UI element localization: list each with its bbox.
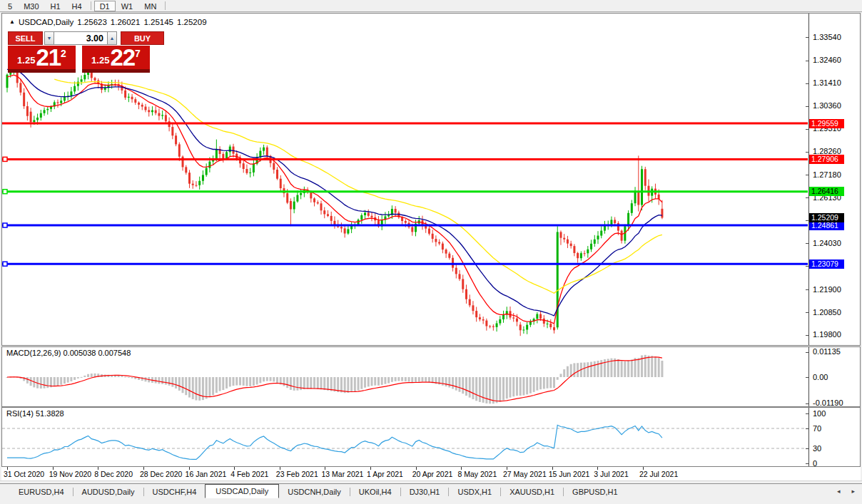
rsi-tick: 70: [813, 424, 821, 433]
date-tick-label: 22 Jul 2021: [639, 470, 678, 478]
main-chart-panel: 1.335401.324601.314101.303601.293101.282…: [1, 13, 861, 346]
volume-input[interactable]: [54, 31, 107, 45]
price-tick: 1.30360: [813, 101, 841, 110]
date-tick-label: 3 Jul 2021: [594, 470, 628, 478]
date-tick-label: 23 Feb 2021: [276, 470, 318, 478]
macd-tick: 0.01135: [813, 347, 841, 356]
buy-price-sup: 7: [135, 48, 141, 59]
rsi-panel: RSI(14) 51.3828 10070300: [1, 407, 861, 467]
macd-panel: MACD(12,26,9) 0.005038 0.007548 0.011350…: [1, 346, 861, 407]
tab-XAUUSD,H1[interactable]: XAUUSD,H1: [501, 485, 563, 498]
sell-price-sup: 2: [61, 48, 66, 59]
buy-button[interactable]: BUY: [121, 31, 164, 45]
date-tick-label: 20 Apr 2021: [412, 470, 453, 478]
timeframe-H4[interactable]: H4: [66, 1, 88, 11]
tab-USDX,H1[interactable]: USDX,H1: [449, 485, 500, 498]
moving-averages-group: [7, 69, 662, 324]
price-flag-1.23079: 1.23079: [809, 259, 844, 269]
timeframe-MN[interactable]: MN: [138, 1, 162, 11]
date-tick-label: 4 Feb 2021: [230, 470, 268, 478]
price-tick: 1.20850: [813, 308, 841, 317]
hlines-group: [2, 123, 808, 266]
sell-price-prefix: 1.25: [17, 55, 35, 66]
date-tick-label: 16 Jan 2021: [186, 470, 227, 478]
macd-label: MACD(12,26,9) 0.005038 0.007548: [6, 349, 131, 357]
up-arrow-icon: ▲: [110, 36, 115, 41]
tab-scroll-left-icon[interactable]: ◂: [837, 488, 841, 495]
price-tick: 1.24030: [813, 239, 841, 247]
tab-EURUSD,H4[interactable]: EURUSD,H4: [10, 485, 73, 498]
timeframe-5[interactable]: 5: [2, 1, 18, 11]
tab-AUDUSD,Daily[interactable]: AUDUSD,Daily: [73, 485, 143, 498]
date-tick-label: 19 Nov 2020: [49, 470, 92, 478]
date-tick-label: 28 Dec 2020: [140, 470, 183, 478]
rsi-tick: 30: [813, 444, 821, 453]
rsi-label: RSI(14) 51.3828: [6, 409, 64, 418]
rsi-group: [2, 425, 808, 459]
price-tick: 1.33540: [813, 33, 841, 41]
price-tick: 1.21900: [813, 285, 841, 294]
buy-box-shadow: [82, 69, 150, 73]
timeframe-D1[interactable]: D1: [94, 1, 116, 11]
sell-box-shadow: [8, 69, 76, 73]
sell-price-box[interactable]: 1.25 21 2: [8, 46, 76, 69]
price-flag-1.27906: 1.27906: [809, 155, 844, 164]
timeframe-toolbar: 5M30H1H4D1W1MN: [0, 0, 862, 12]
price-tick: 1.27180: [813, 170, 841, 179]
date-axis[interactable]: 31 Oct 202019 Nov 20208 Dec 202028 Dec 2…: [1, 467, 861, 480]
ohlc-low: 1.25145: [143, 18, 173, 26]
status-strip: [0, 499, 862, 504]
price-axis-line: [808, 14, 809, 345]
chart-collapse-icon[interactable]: ▲: [9, 19, 15, 25]
buy-price-big: 22: [110, 46, 135, 69]
tab-GBPUSD,H1[interactable]: GBPUSD,H1: [564, 485, 627, 498]
date-tick-label: 15 Jun 2021: [549, 470, 590, 478]
macd-histogram: [6, 355, 664, 403]
date-tick-label: 27 May 2021: [503, 470, 547, 478]
macd-tick: 0.00: [813, 373, 828, 381]
timeframe-H1[interactable]: H1: [45, 1, 66, 11]
tab-scroll-right-icon[interactable]: ▸: [851, 488, 855, 495]
macd-tick: -0.01190: [813, 398, 843, 407]
rsi-line: [7, 425, 662, 459]
date-tick-label: 31 Oct 2020: [4, 470, 44, 478]
date-tick-label: 13 Mar 2021: [321, 470, 363, 478]
volume-increase-button[interactable]: ▲: [107, 31, 117, 45]
rsi-axis-line: [808, 408, 809, 466]
price-tick: 1.32460: [813, 56, 841, 64]
chart-title: ▲ USDCAD,Daily 1.25623 1.26021 1.25145 1…: [9, 18, 207, 26]
one-click-trading-panel: SELL ▼ ▲ BUY 1.25 21 2 1.25 22 7: [2, 31, 166, 88]
rsi-tick: 100: [813, 409, 826, 418]
price-flag-1.26416: 1.26416: [809, 187, 844, 196]
tab-USDCHF,H4[interactable]: USDCHF,H4: [144, 485, 206, 498]
volume-decrease-button[interactable]: ▼: [44, 31, 54, 45]
date-tick-label: 8 Dec 2020: [94, 470, 133, 478]
price-flag-1.29559: 1.29559: [809, 119, 844, 128]
macd-axis-line: [808, 347, 809, 406]
toolbar-separator: [91, 1, 91, 10]
tab-UKOil,H4[interactable]: UKOil,H4: [350, 485, 400, 498]
ohlc-close: 1.25209: [177, 18, 207, 26]
ohlc-high: 1.26021: [111, 18, 141, 26]
buy-price-prefix: 1.25: [91, 55, 109, 66]
current-price-flag: 1.25209: [809, 213, 844, 222]
chart-tab-bar: EURUSD,H4AUDUSD,DailyUSDCHF,H4USDCAD,Dai…: [0, 483, 862, 499]
price-tick: 1.19800: [813, 330, 841, 339]
rsi-plot: [2, 408, 808, 466]
tab-DJ30,H1[interactable]: DJ30,H1: [401, 485, 449, 498]
sell-price-big: 21: [36, 46, 61, 69]
toolbar-separator: [165, 1, 166, 10]
ohlc-open: 1.25623: [77, 18, 107, 26]
timeframe-W1[interactable]: W1: [116, 1, 139, 11]
date-tick-label: 1 Apr 2021: [367, 470, 403, 478]
sell-button[interactable]: SELL: [8, 31, 43, 45]
tab-USDCAD,Daily[interactable]: USDCAD,Daily: [205, 484, 279, 498]
date-tick-label: 8 May 2021: [457, 470, 497, 478]
buy-price-box[interactable]: 1.25 22 7: [82, 46, 150, 69]
chart-symbol: USDCAD,Daily: [19, 18, 73, 26]
down-arrow-icon: ▼: [47, 36, 52, 41]
price-tick: 1.31410: [813, 78, 841, 87]
timeframe-M30[interactable]: M30: [18, 1, 44, 11]
rsi-tick: 0: [813, 459, 817, 468]
tab-USDCNH,Daily[interactable]: USDCNH,Daily: [279, 485, 350, 498]
